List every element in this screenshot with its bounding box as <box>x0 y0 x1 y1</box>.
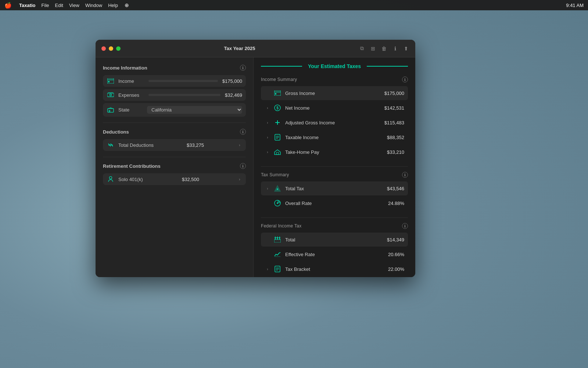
federal-total-label: Total <box>285 237 387 243</box>
header-line-right <box>367 66 408 67</box>
info-button[interactable]: ℹ <box>392 45 398 52</box>
agi-chevron: › <box>265 120 270 125</box>
retirement-info-icon[interactable]: ℹ <box>240 163 246 169</box>
agi-value: $115,483 <box>384 120 404 125</box>
app-name: Taxatio <box>19 3 36 8</box>
taxable-income-row[interactable]: › Taxable Income $88,352 <box>261 130 408 144</box>
svg-point-27 <box>277 202 278 204</box>
minimize-button[interactable] <box>109 46 113 51</box>
tax-summary-title: Tax Summary <box>261 172 289 177</box>
svg-point-25 <box>277 188 278 190</box>
state-select[interactable]: California New York Texas Florida Washin… <box>147 106 242 114</box>
solo-401k-row[interactable]: Solo 401(k) $32,500 › <box>103 173 246 185</box>
solo-401k-value: $32,500 <box>182 177 199 182</box>
header-line-left <box>261 66 302 67</box>
panel-header: Your Estimated Taxes <box>261 63 408 69</box>
total-tax-chevron: › <box>265 185 270 191</box>
svg-rect-6 <box>108 109 114 112</box>
income-icon <box>107 78 115 84</box>
menu-window[interactable]: Window <box>85 3 102 8</box>
deductions-label: Total Deductions <box>118 142 154 148</box>
trash-button[interactable]: 🗑 <box>381 45 387 52</box>
window-content: Income Information ℹ Income $175,000 <box>96 57 415 277</box>
menu-help[interactable]: Help <box>108 3 118 8</box>
left-panel: Income Information ℹ Income $175,000 <box>96 57 254 277</box>
menu-edit[interactable]: Edit <box>55 3 63 8</box>
federal-tax-title: Federal Income Tax <box>261 223 302 229</box>
total-deductions-row[interactable]: Total Deductions $33,275 › <box>103 139 246 151</box>
take-home-chevron: › <box>265 149 270 155</box>
net-income-row[interactable]: › $ Net Income $142,531 <box>261 101 408 115</box>
take-home-value: $33,210 <box>387 149 404 155</box>
traffic-lights <box>101 46 121 51</box>
taxable-income-value: $88,352 <box>387 135 404 140</box>
titlebar-actions: ⧉ ⊞ 🗑 ℹ ⬆ <box>359 45 409 52</box>
apple-icon[interactable]: 🍎 <box>4 2 12 9</box>
close-button[interactable] <box>101 46 106 51</box>
federal-tax-header: Federal Income Tax ℹ <box>261 223 408 229</box>
deductions-chevron: › <box>237 142 242 148</box>
income-summary-header: Income Summary ℹ <box>261 77 408 82</box>
retirement-icon <box>107 176 115 182</box>
income-section-title: Income Information <box>103 65 147 71</box>
maximize-button[interactable] <box>116 46 121 51</box>
svg-point-12 <box>110 177 112 179</box>
tax-summary-section: Tax Summary ℹ › Total Tax $43,546 <box>261 172 408 210</box>
net-income-chevron: › <box>265 105 270 111</box>
effective-rate-label: Effective Rate <box>285 252 388 257</box>
income-label: Income <box>118 78 144 84</box>
total-tax-row[interactable]: › Total Tax $43,546 <box>261 181 408 195</box>
share-button[interactable]: ⬆ <box>403 45 409 52</box>
federal-tax-section: Federal Income Tax ℹ › <box>261 223 408 276</box>
income-info-icon[interactable]: ℹ <box>240 65 246 71</box>
svg-rect-28 <box>274 240 281 243</box>
overall-rate-row: › Overall Rate 24.88% <box>261 196 408 210</box>
expenses-icon <box>107 92 115 98</box>
menu-file[interactable]: File <box>42 3 49 8</box>
income-field: Income $175,000 <box>103 75 246 87</box>
retirement-chevron: › <box>237 177 242 182</box>
tax-summary-header: Tax Summary ℹ <box>261 172 408 178</box>
window-title: Tax Year 2025 <box>121 46 359 51</box>
income-summary-info-icon[interactable]: ℹ <box>402 77 408 82</box>
total-tax-icon <box>273 184 282 192</box>
state-field: State California New York Texas Florida … <box>103 103 246 117</box>
net-income-label: Net Income <box>285 105 384 111</box>
federal-total-icon <box>273 236 282 244</box>
clock: 9:41 AM <box>566 3 584 8</box>
total-tax-label: Total Tax <box>285 186 387 191</box>
income-summary-section: Income Summary ℹ › Gross Income $175,00 <box>261 77 408 159</box>
overall-rate-icon <box>273 199 282 207</box>
deductions-section-title: Deductions <box>103 129 129 135</box>
deductions-value: $33,275 <box>187 142 204 148</box>
solo-401k-label: Solo 401(k) <box>118 177 144 182</box>
state-icon <box>107 107 115 113</box>
gross-income-row[interactable]: › Gross Income $175,000 <box>261 86 408 100</box>
overall-rate-value: 24.88% <box>388 201 404 206</box>
tax-bracket-value: 22.00% <box>388 266 404 272</box>
federal-tax-info-icon[interactable]: ℹ <box>402 223 408 229</box>
expenses-value: $32,469 <box>225 92 242 98</box>
add-button[interactable]: ⊞ <box>370 45 376 52</box>
effective-rate-value: 20.66% <box>388 252 404 257</box>
tax-summary-info-icon[interactable]: ℹ <box>402 172 408 178</box>
tax-bracket-label: Tax Bracket <box>285 266 388 272</box>
federal-total-row: › Total $14,349 <box>261 233 408 247</box>
app-window: Tax Year 2025 ⧉ ⊞ 🗑 ℹ ⬆ Income Informati… <box>96 40 415 277</box>
agi-row[interactable]: › Adjusted Gross Income $115,483 <box>261 116 408 130</box>
deductions-info-icon[interactable]: ℹ <box>240 129 246 135</box>
menu-view[interactable]: View <box>69 3 79 8</box>
control-center-icon[interactable]: ⊕ <box>124 2 130 8</box>
svg-rect-7 <box>109 110 110 112</box>
svg-marker-8 <box>107 107 114 109</box>
deductions-icon <box>107 142 115 148</box>
svg-text:$: $ <box>276 106 279 110</box>
take-home-icon <box>273 148 282 156</box>
tax-bracket-row[interactable]: › Tax Bracket 22.00% <box>261 262 408 276</box>
taxable-income-label: Taxable Income <box>285 135 387 140</box>
svg-rect-4 <box>108 92 113 93</box>
income-summary-title: Income Summary <box>261 77 297 82</box>
take-home-row[interactable]: › Take-Home Pay $33,210 <box>261 145 408 159</box>
state-label: State <box>118 107 144 113</box>
screen-share-button[interactable]: ⧉ <box>359 45 365 52</box>
